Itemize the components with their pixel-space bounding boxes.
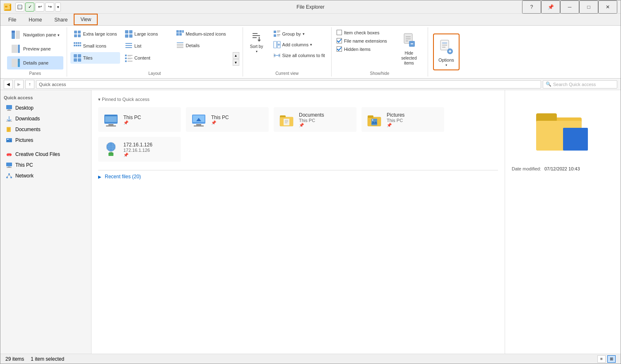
- item-checkboxes-chk: [337, 30, 342, 35]
- file-ext-row[interactable]: File name extensions: [335, 37, 389, 44]
- computer-icon: [5, 161, 13, 169]
- details-pane-btn[interactable]: Details pane: [7, 56, 63, 69]
- tile-pictures[interactable]: Pictures This PC 📌: [361, 107, 444, 132]
- item-checkboxes-row[interactable]: Item check boxes: [335, 29, 389, 36]
- recent-header[interactable]: ▶ Recent files (20): [98, 170, 498, 183]
- documents-folder-icon: [278, 111, 295, 128]
- size-columns-icon: [273, 52, 281, 59]
- svg-point-101: [8, 173, 10, 175]
- save-btn[interactable]: [15, 2, 24, 12]
- minimize-btn[interactable]: ─: [560, 0, 579, 14]
- svg-rect-47: [182, 30, 184, 33]
- details-icon: [176, 41, 184, 50]
- group-by-btn[interactable]: Group by ▾: [270, 29, 328, 39]
- scroll-down-btn[interactable]: ▼: [233, 59, 239, 66]
- extra-large-icons-icon: [73, 30, 82, 38]
- svg-rect-27: [78, 54, 81, 57]
- sidebar-item-network[interactable]: Network: [0, 170, 91, 181]
- sidebar-item-desktop[interactable]: Desktop: [0, 103, 91, 113]
- navigation-pane-btn[interactable]: Navigation pane ▾: [7, 28, 63, 41]
- size-columns-btn[interactable]: Size all columns to fit: [270, 50, 328, 60]
- sidebar-item-pictures[interactable]: Pictures: [0, 135, 91, 146]
- sidebar-item-this-pc[interactable]: This PC: [0, 160, 91, 170]
- recent-section: ▶ Recent files (20): [98, 170, 498, 183]
- hide-selected-btn[interactable]: Hide selected items: [394, 28, 424, 68]
- address-bar[interactable]: Quick access: [36, 80, 541, 89]
- svg-rect-16: [74, 34, 77, 37]
- tile-network[interactable]: 172.16.1.126 172.16.1.126 📌: [98, 137, 181, 162]
- options-btn[interactable]: Options ▾: [433, 34, 460, 70]
- large-icons-btn[interactable]: Large icons: [122, 28, 171, 40]
- show-hide-content: Item check boxes File name extensions: [335, 27, 424, 70]
- list-btn[interactable]: List: [122, 40, 171, 52]
- preview-pane-icon: [11, 44, 21, 54]
- this-pc-icon-2: [190, 111, 207, 128]
- sidebar-item-label: Network: [15, 173, 34, 179]
- svg-rect-120: [284, 119, 289, 125]
- svg-rect-63: [274, 41, 277, 48]
- tab-file[interactable]: File: [2, 14, 22, 25]
- maximize-btn[interactable]: □: [579, 0, 598, 14]
- svg-rect-46: [179, 30, 182, 33]
- forward-btn[interactable]: ▶: [14, 80, 24, 89]
- svg-rect-97: [8, 153, 10, 155]
- preview-pane-btn[interactable]: Preview pane: [7, 42, 63, 55]
- qs-dropdown[interactable]: ▾: [55, 2, 61, 12]
- tiles-view-toggle[interactable]: ⊞: [607, 355, 616, 363]
- scroll-up-btn[interactable]: ▲: [233, 52, 239, 59]
- ribbon-group-panes: Navigation pane ▾ Preview pane: [4, 27, 67, 77]
- tile-documents[interactable]: Documents This PC 📌: [274, 107, 356, 132]
- options-icon: [438, 37, 455, 57]
- tile-name-network: 172.16.1.126: [123, 142, 152, 148]
- svg-rect-9: [18, 45, 20, 53]
- checkmark-btn[interactable]: ✓: [25, 2, 34, 12]
- tab-home[interactable]: Home: [22, 14, 48, 25]
- small-icons-btn[interactable]: Small icons: [70, 40, 120, 52]
- items-count: 29 items: [5, 356, 24, 362]
- svg-rect-48: [176, 33, 179, 36]
- medium-icons-btn[interactable]: Medium-sized icons: [173, 28, 239, 40]
- extra-large-icons-btn[interactable]: Extra large icons: [70, 28, 120, 40]
- help-btn[interactable]: ?: [522, 0, 541, 14]
- details-btn[interactable]: Details: [173, 40, 239, 51]
- undo-btn[interactable]: ↩: [35, 2, 44, 12]
- redo-btn[interactable]: ↪: [45, 2, 54, 12]
- sidebar-item-downloads[interactable]: Downloads: [0, 113, 91, 124]
- small-icons-icon: [73, 42, 82, 50]
- svg-rect-38: [128, 55, 132, 56]
- search-bar[interactable]: 🔍 Search Quick access: [543, 80, 617, 89]
- list-view-toggle[interactable]: ≡: [597, 355, 606, 363]
- svg-rect-21: [80, 42, 81, 44]
- pictures-folder-icon: [366, 111, 383, 128]
- tile-this-pc-2[interactable]: This PC 📌: [186, 107, 269, 132]
- file-area: ▾ Pinned to Quick access Thi: [91, 90, 505, 354]
- tab-share[interactable]: Share: [48, 14, 74, 25]
- layout-group-label: Layout: [70, 70, 239, 77]
- titlebar-controls: ? 📌 ─ □ ✕: [522, 0, 617, 14]
- svg-rect-8: [12, 45, 17, 53]
- up-btn[interactable]: ↑: [25, 80, 34, 89]
- sidebar-item-documents[interactable]: Documents: [0, 124, 91, 135]
- hidden-items-row[interactable]: Hidden items: [335, 46, 389, 53]
- svg-rect-61: [277, 34, 280, 35]
- quick-access-toolbar: ✓ ↩ ↪ ▾: [15, 2, 61, 12]
- downloads-icon: [5, 115, 13, 122]
- tiles-grid: This PC 📌: [98, 107, 498, 162]
- sidebar-separator: [0, 146, 91, 149]
- back-btn[interactable]: ◀: [4, 80, 13, 89]
- tile-sub-documents: This PC: [299, 118, 324, 123]
- content-btn[interactable]: Content: [122, 52, 171, 64]
- svg-rect-31: [129, 30, 132, 34]
- tile-this-pc-1[interactable]: This PC 📌: [98, 107, 181, 132]
- close-btn[interactable]: ✕: [598, 0, 617, 14]
- tiles-btn[interactable]: Tiles: [70, 52, 120, 64]
- pin-btn[interactable]: 📌: [541, 0, 560, 14]
- add-columns-btn[interactable]: Add columns ▾: [270, 40, 328, 50]
- tab-view[interactable]: View: [74, 14, 98, 25]
- sort-by-btn[interactable]: Sort by ▾: [246, 28, 267, 55]
- file-explorer-window: ✓ ↩ ↪ ▾ File Explorer ? 📌 ─ □ ✕ File Hom…: [0, 0, 621, 364]
- group-by-icon: [273, 30, 281, 38]
- layout-content: Extra large icons Small icons: [70, 27, 239, 70]
- sidebar-item-creative-cloud[interactable]: Creative Cloud Files: [0, 149, 91, 160]
- date-modified-row: Date modified: 07/12/2022 10:43: [512, 166, 614, 171]
